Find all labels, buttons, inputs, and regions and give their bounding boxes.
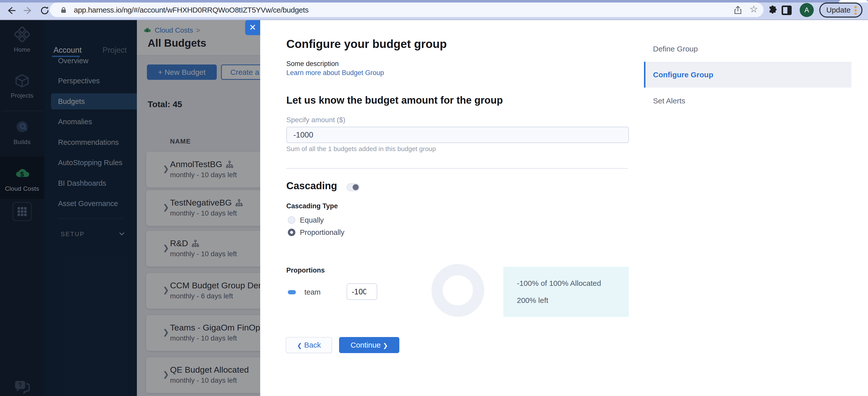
amount-input[interactable]: -1000 <box>286 127 629 143</box>
radio-label: Proportionally <box>300 228 344 237</box>
side-panel-icon[interactable] <box>782 5 792 15</box>
amount-section-heading: Let us know the budget amount for the gr… <box>286 95 503 106</box>
radio-option-equally[interactable]: Equally <box>288 216 324 224</box>
chevron-right-icon: ❯ <box>383 342 388 349</box>
allocation-donut-chart <box>432 264 484 317</box>
left-text: 200% left <box>517 296 548 305</box>
bookmark-star-icon[interactable]: ☆ <box>749 3 758 14</box>
amount-label: Specify amount ($) <box>286 116 345 124</box>
screen: app.harness.io/ng/#/account/wFHXHD0RRQWo… <box>0 0 868 396</box>
proportion-value: -100 <box>352 287 366 296</box>
back-label: Back <box>304 341 321 349</box>
continue-button[interactable]: Continue ❯ <box>339 337 399 353</box>
share-icon[interactable] <box>733 5 742 14</box>
url-text[interactable]: app.harness.io/ng/#/account/wFHXHD0RRQWo… <box>74 3 308 17</box>
team-proportion-input[interactable]: -100 <box>347 283 377 300</box>
browser-update-button[interactable]: Update <box>819 2 863 18</box>
amount-helper-text: Sum of all the 1 budgets added in this b… <box>286 145 436 153</box>
radio-option-proportionally[interactable]: Proportionally <box>288 228 344 237</box>
extensions-puzzle-icon[interactable] <box>768 5 778 15</box>
browser-avatar[interactable]: A <box>800 3 814 17</box>
section-divider <box>286 168 628 169</box>
update-label: Update <box>826 3 851 16</box>
proportion-row-team: team <box>288 288 320 297</box>
learn-more-link[interactable]: Learn more about Budget Group <box>286 69 384 77</box>
kebab-menu-icon[interactable] <box>855 6 857 14</box>
team-color-swatch <box>288 290 296 294</box>
radio-label: Equally <box>300 216 324 224</box>
proportion-budget-name: team <box>304 288 320 296</box>
active-tab-edge <box>839 0 868 2</box>
modal-description: Some description <box>286 60 339 68</box>
browser-back-icon[interactable] <box>6 5 16 15</box>
step-set-alerts[interactable]: Set Alerts <box>653 97 685 105</box>
radio-icon[interactable] <box>288 216 296 224</box>
allocated-text: -100% of 100% Allocated <box>517 279 601 288</box>
cascading-toggle[interactable] <box>347 183 360 191</box>
allocation-info-box: -100% of 100% Allocated 200% left <box>503 267 629 317</box>
lock-icon <box>60 6 67 14</box>
chevron-left-icon: ❮ <box>297 342 302 349</box>
configure-budget-group-modal: ✕ Configure your budget group Some descr… <box>260 20 868 396</box>
proportions-label: Proportions <box>286 266 325 274</box>
radio-icon-selected[interactable] <box>288 229 296 236</box>
step-configure-group[interactable]: Configure Group <box>653 70 713 79</box>
toggle-knob <box>352 184 359 190</box>
continue-label: Continue <box>351 341 381 349</box>
step-define-group[interactable]: Define Group <box>653 45 698 53</box>
cascading-type-label: Cascading Type <box>286 202 338 210</box>
back-button[interactable]: ❮ Back <box>286 337 332 353</box>
browser-tab-strip <box>0 0 868 2</box>
close-icon[interactable]: ✕ <box>245 20 260 35</box>
browser-refresh-icon[interactable] <box>40 5 50 15</box>
browser-forward-icon[interactable] <box>23 5 33 15</box>
modal-title: Configure your budget group <box>286 37 447 51</box>
cascading-heading: Cascading <box>286 180 337 192</box>
